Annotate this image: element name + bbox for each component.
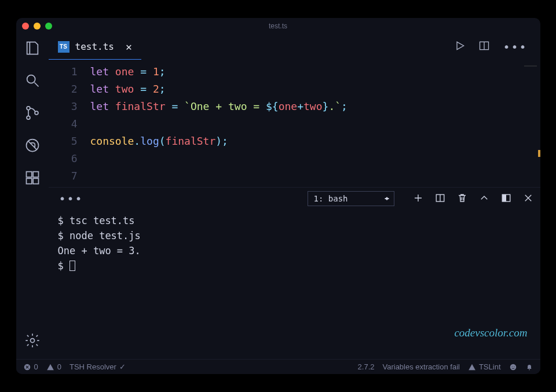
debug-disabled-icon[interactable] [24, 137, 41, 156]
source-control-icon[interactable] [24, 105, 41, 123]
panel-more-icon[interactable]: ••• [56, 192, 87, 206]
svg-rect-13 [502, 195, 506, 202]
search-icon[interactable] [24, 72, 41, 91]
terminal-line: One + two = 3. [58, 243, 531, 258]
svg-point-17 [514, 366, 514, 367]
editor-area: TS test.ts ✕ ••• 1let one = 1;2let two =… [49, 34, 540, 359]
explorer-icon[interactable] [24, 40, 41, 58]
svg-rect-8 [33, 178, 38, 184]
activity-bar [16, 34, 49, 359]
status-bar: 0 0 TSH Resolver ✓ 2.7.2 Variables extra… [16, 359, 540, 374]
typescript-file-icon: TS [58, 41, 70, 53]
line-number: 7 [49, 167, 90, 185]
svg-point-15 [510, 364, 516, 370]
code-content: let one = 1; [90, 63, 166, 80]
code-line[interactable]: 3let finalStr = `One + two = ${one+two}.… [49, 98, 540, 115]
status-prettier-version[interactable]: 2.7.2 [358, 362, 375, 371]
svg-rect-5 [26, 172, 31, 177]
minimap[interactable] [524, 65, 537, 89]
tab-filename: test.ts [75, 41, 114, 52]
line-number: 1 [49, 63, 90, 80]
status-resolver[interactable]: TSH Resolver ✓ [70, 362, 126, 371]
code-line[interactable]: 1let one = 1; [49, 63, 540, 80]
code-line[interactable]: 5console.log(finalStr); [49, 133, 540, 150]
main-area: TS test.ts ✕ ••• 1let one = 1;2let two =… [16, 34, 540, 359]
kill-terminal-icon[interactable] [457, 193, 467, 205]
watermark-text: codevscolor.com [454, 327, 527, 339]
check-icon: ✓ [119, 362, 126, 371]
line-number: 4 [49, 115, 90, 133]
titlebar: test.ts [16, 18, 540, 34]
line-number: 5 [49, 133, 90, 150]
status-errors[interactable]: 0 [23, 362, 38, 371]
terminal-line: $ tsc test.ts [58, 213, 531, 228]
editor-window: test.ts TS test.ts ✕ [16, 18, 540, 374]
new-terminal-icon[interactable] [413, 193, 423, 205]
code-content: console.log(finalStr); [90, 133, 228, 150]
split-terminal-icon[interactable] [435, 193, 445, 205]
svg-point-3 [35, 111, 38, 115]
overview-ruler-marker [538, 150, 540, 157]
svg-point-9 [30, 339, 34, 343]
code-line[interactable]: 6 [49, 150, 540, 167]
svg-rect-6 [33, 172, 38, 177]
line-number: 3 [49, 98, 90, 115]
svg-point-2 [27, 116, 30, 119]
line-number: 2 [49, 80, 90, 98]
status-feedback-icon[interactable] [509, 363, 517, 371]
terminal-selector[interactable]: 1: bash [308, 191, 394, 206]
status-bell-icon[interactable] [525, 363, 533, 371]
code-line[interactable]: 2let two = 2; [49, 80, 540, 98]
svg-point-16 [511, 366, 512, 367]
svg-point-0 [27, 75, 35, 83]
extensions-icon[interactable] [24, 170, 41, 188]
editor-actions: ••• [454, 40, 535, 54]
close-tab-icon[interactable]: ✕ [126, 41, 132, 53]
close-panel-icon[interactable] [523, 193, 533, 205]
svg-rect-7 [26, 178, 31, 184]
code-line[interactable]: 4 [49, 115, 540, 133]
code-editor[interactable]: 1let one = 1;2let two = 2;3let finalStr … [49, 60, 540, 187]
terminal-line: $ node test.js [58, 228, 531, 243]
tab-test-ts[interactable]: TS test.ts ✕ [49, 34, 141, 60]
svg-point-1 [27, 107, 30, 110]
code-content: let two = 2; [90, 80, 166, 98]
terminal-line: $ [58, 258, 531, 273]
tab-bar: TS test.ts ✕ ••• [49, 34, 540, 60]
maximize-panel-icon[interactable] [479, 193, 489, 205]
line-number: 6 [49, 150, 90, 167]
code-line[interactable]: 7 [49, 167, 540, 185]
settings-gear-icon[interactable] [24, 332, 41, 351]
status-warnings[interactable]: 0 [46, 362, 61, 371]
more-actions-icon[interactable]: ••• [503, 40, 527, 54]
terminal-cursor [70, 261, 75, 271]
status-message[interactable]: Variables extraction fail [382, 362, 459, 371]
split-editor-icon[interactable] [478, 40, 490, 54]
panel-toolbar: ••• 1: bash [49, 188, 540, 210]
toggle-panel-icon[interactable] [501, 193, 511, 205]
code-content: let finalStr = `One + two = ${one+two}.`… [90, 98, 348, 115]
terminal-selector-label: 1: bash [314, 194, 348, 203]
status-tslint[interactable]: TSLint [468, 362, 501, 371]
window-title: test.ts [16, 22, 540, 30]
run-icon[interactable] [454, 40, 466, 54]
